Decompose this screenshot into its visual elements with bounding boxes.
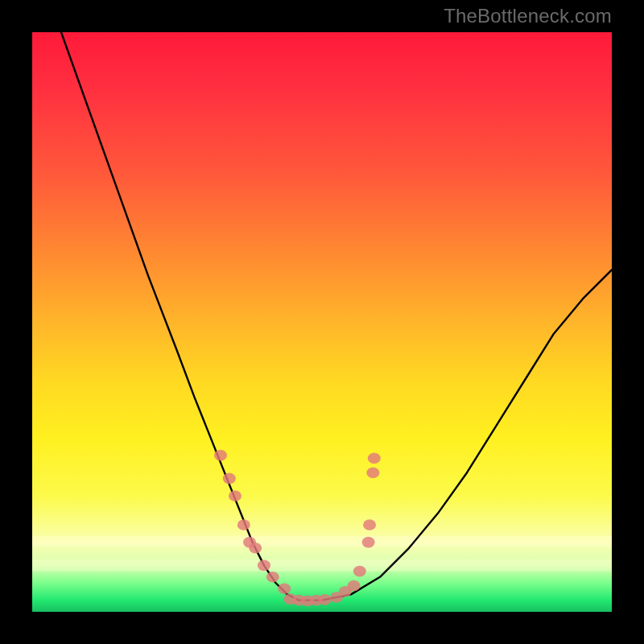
data-dot: [319, 594, 332, 605]
chart-svg: [32, 32, 612, 612]
data-dot: [366, 467, 379, 478]
data-dot: [348, 580, 361, 592]
data-dots: [214, 450, 381, 606]
data-dot: [363, 519, 376, 530]
data-dot: [362, 537, 375, 548]
chart-frame: TheBottleneck.com: [0, 0, 644, 644]
data-dot: [214, 450, 227, 461]
data-dot: [353, 566, 366, 577]
data-dot: [258, 560, 270, 572]
plot-area: [32, 32, 612, 612]
data-dot: [237, 519, 250, 530]
watermark-text: TheBottleneck.com: [444, 5, 612, 27]
data-dot: [223, 473, 236, 485]
bottleneck-curve: [61, 32, 612, 601]
data-dot: [266, 572, 279, 583]
data-dot: [229, 490, 242, 502]
data-dot: [278, 583, 291, 594]
data-dot: [368, 452, 381, 464]
data-dot: [249, 543, 262, 554]
